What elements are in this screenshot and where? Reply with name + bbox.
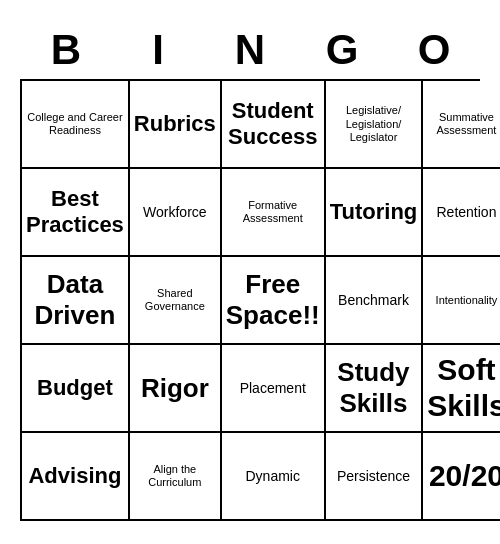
bingo-cell-text-0: College and Career Readiness <box>26 111 124 137</box>
bingo-cell-text-9: Retention <box>436 204 496 221</box>
header-i: I <box>112 23 204 77</box>
bingo-cell-text-10: Data Driven <box>26 269 124 331</box>
header-b: B <box>20 23 112 77</box>
header-g: G <box>296 23 388 77</box>
bingo-cell-6: Workforce <box>130 169 222 257</box>
bingo-header: B I N G O <box>20 23 480 77</box>
bingo-cell-text-6: Workforce <box>143 204 207 221</box>
bingo-cell-text-5: Best Practices <box>26 186 124 239</box>
bingo-cell-19: Soft Skills <box>423 345 500 433</box>
bingo-cell-text-24: 20/20 <box>429 458 500 494</box>
bingo-cell-20: Advising <box>22 433 130 521</box>
bingo-cell-17: Placement <box>222 345 326 433</box>
bingo-cell-text-12: Free Space!! <box>226 269 320 331</box>
bingo-cell-text-16: Rigor <box>141 373 209 404</box>
header-n: N <box>204 23 296 77</box>
bingo-cell-text-8: Tutoring <box>330 199 418 225</box>
bingo-cell-10: Data Driven <box>22 257 130 345</box>
bingo-cell-text-23: Persistence <box>337 468 410 485</box>
bingo-cell-24: 20/20 <box>423 433 500 521</box>
bingo-cell-15: Budget <box>22 345 130 433</box>
bingo-cell-13: Benchmark <box>326 257 424 345</box>
bingo-cell-0: College and Career Readiness <box>22 81 130 169</box>
bingo-cell-text-21: Align the Curriculum <box>134 463 216 489</box>
bingo-cell-8: Tutoring <box>326 169 424 257</box>
bingo-cell-14: Intentionality <box>423 257 500 345</box>
bingo-cell-text-19: Soft Skills <box>427 352 500 424</box>
bingo-cell-21: Align the Curriculum <box>130 433 222 521</box>
bingo-cell-7: Formative Assessment <box>222 169 326 257</box>
bingo-card: B I N G O College and Career ReadinessRu… <box>10 13 490 531</box>
bingo-cell-text-13: Benchmark <box>338 292 409 309</box>
bingo-cell-16: Rigor <box>130 345 222 433</box>
bingo-cell-text-15: Budget <box>37 375 113 401</box>
bingo-cell-text-18: Study Skills <box>330 357 418 419</box>
bingo-cell-5: Best Practices <box>22 169 130 257</box>
bingo-cell-18: Study Skills <box>326 345 424 433</box>
bingo-cell-text-7: Formative Assessment <box>226 199 320 225</box>
bingo-cell-23: Persistence <box>326 433 424 521</box>
bingo-cell-text-1: Rubrics <box>134 111 216 137</box>
bingo-cell-22: Dynamic <box>222 433 326 521</box>
bingo-cell-9: Retention <box>423 169 500 257</box>
bingo-cell-text-3: Legislative/ Legislation/ Legislator <box>330 104 418 144</box>
bingo-cell-text-22: Dynamic <box>246 468 300 485</box>
bingo-grid: College and Career ReadinessRubricsStude… <box>20 79 480 521</box>
bingo-cell-text-11: Shared Governance <box>134 287 216 313</box>
bingo-cell-1: Rubrics <box>130 81 222 169</box>
bingo-cell-4: Summative Assessment <box>423 81 500 169</box>
bingo-cell-text-20: Advising <box>28 463 121 489</box>
bingo-cell-3: Legislative/ Legislation/ Legislator <box>326 81 424 169</box>
bingo-cell-11: Shared Governance <box>130 257 222 345</box>
bingo-cell-text-17: Placement <box>240 380 306 397</box>
bingo-cell-text-14: Intentionality <box>436 294 498 307</box>
bingo-cell-text-4: Summative Assessment <box>427 111 500 137</box>
header-o: O <box>388 23 480 77</box>
bingo-cell-text-2: Student Success <box>226 98 320 151</box>
bingo-cell-2: Student Success <box>222 81 326 169</box>
bingo-cell-12: Free Space!! <box>222 257 326 345</box>
